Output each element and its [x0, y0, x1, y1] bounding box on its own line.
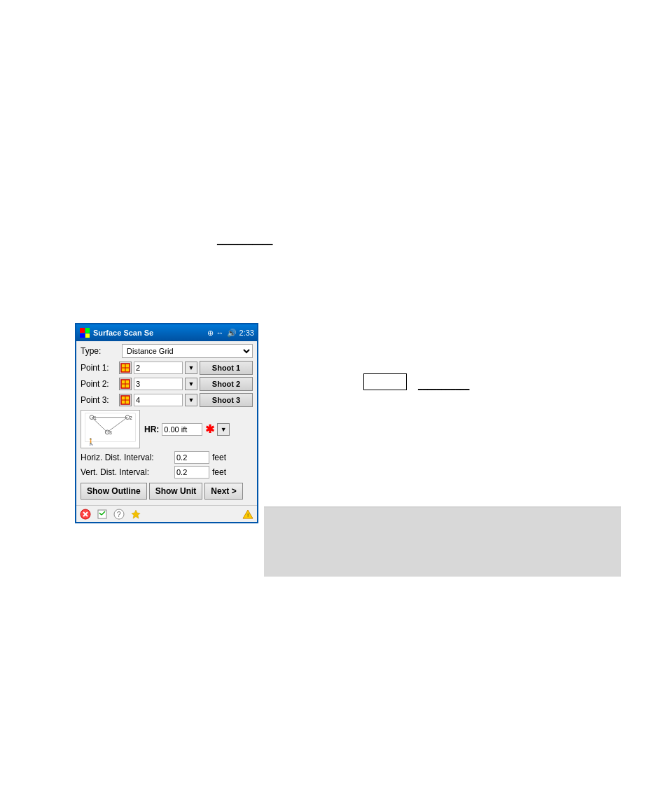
volume-icon[interactable]: 🔊 [227, 329, 237, 338]
next-button[interactable]: Next > [204, 483, 242, 500]
hr-asterisk-icon[interactable]: ✱ [205, 422, 214, 436]
vert-interval-row: Vert. Dist. Interval: feet [81, 466, 253, 479]
bottom-buttons: Show Outline Show Unit Next > [81, 483, 253, 500]
close-status-icon[interactable] [79, 508, 92, 521]
svg-marker-28 [132, 510, 140, 518]
svg-text:🚶: 🚶 [87, 438, 96, 446]
svg-text:!: ! [247, 512, 249, 518]
type-select[interactable]: Distance Grid Grid Radial [122, 344, 253, 358]
hr-section: HR: ✱ ▼ [144, 422, 253, 436]
show-unit-button[interactable]: Show Unit [149, 483, 203, 500]
gray-info-panel [264, 507, 621, 577]
vert-interval-input[interactable] [174, 466, 209, 479]
horiz-interval-label: Horiz. Dist. Interval: [81, 453, 172, 462]
surface-scan-dialog: Surface Scan Se ⊕ ↔ 🔊 2:33 Type: Distanc… [75, 323, 258, 523]
type-label: Type: [81, 346, 119, 356]
swap-icon[interactable]: ↔ [216, 329, 224, 337]
underline-text: ___________ [217, 235, 273, 245]
type-row: Type: Distance Grid Grid Radial [81, 344, 253, 358]
point3-row: Point 3: ▼ Shoot 3 [81, 393, 253, 407]
point2-row: Point 2: ▼ Shoot 2 [81, 377, 253, 391]
point1-input[interactable] [134, 362, 183, 374]
svg-text:2: 2 [130, 415, 132, 420]
hr-input[interactable] [162, 423, 202, 436]
vert-interval-unit: feet [212, 467, 226, 477]
horiz-interval-input[interactable] [174, 451, 209, 464]
checklist-icon[interactable] [96, 508, 109, 521]
point2-dropdown[interactable]: ▼ [185, 378, 197, 390]
point3-input[interactable] [134, 394, 183, 406]
windows-logo-icon [79, 327, 90, 338]
show-outline-button[interactable]: Show Outline [81, 483, 147, 500]
hr-label: HR: [144, 425, 159, 434]
point3-icon[interactable] [119, 394, 132, 406]
point3-label: Point 3: [81, 395, 117, 405]
warning-icon[interactable]: ! [242, 508, 254, 521]
dialog-body: Type: Distance Grid Grid Radial Point 1:… [76, 341, 257, 505]
refresh-icon[interactable]: ⊕ [207, 329, 214, 338]
point1-label: Point 1: [81, 363, 117, 373]
shoot2-button[interactable]: Shoot 2 [200, 377, 253, 391]
status-bar: ? ! [76, 505, 257, 522]
diagram-box: 1 2 3 🚶 [81, 410, 140, 448]
title-bar: Surface Scan Se ⊕ ↔ 🔊 2:33 [76, 324, 257, 341]
point3-dropdown[interactable]: ▼ [185, 394, 197, 406]
floating-underline-label: ___________ [418, 380, 469, 390]
hr-dropdown[interactable]: ▼ [217, 423, 230, 436]
help-icon[interactable]: ? [113, 508, 125, 521]
point2-icon[interactable] [119, 378, 132, 390]
point2-label: Point 2: [81, 379, 117, 389]
svg-text:?: ? [117, 511, 121, 518]
dialog-title: Surface Scan Se [93, 329, 204, 337]
point2-input[interactable] [134, 378, 183, 390]
diagram-area: 1 2 3 🚶 HR: ✱ [81, 410, 253, 448]
horiz-interval-row: Horiz. Dist. Interval: feet [81, 451, 253, 464]
horiz-interval-unit: feet [212, 453, 226, 462]
point1-icon[interactable] [119, 362, 132, 374]
floating-input-box[interactable] [363, 373, 407, 390]
point1-row: Point 1: ▼ Shoot 1 [81, 361, 253, 375]
title-bar-controls: ⊕ ↔ 🔊 2:33 [207, 329, 254, 338]
point1-dropdown[interactable]: ▼ [185, 362, 197, 374]
star-icon[interactable] [130, 508, 142, 521]
shoot1-button[interactable]: Shoot 1 [200, 361, 253, 375]
clock-time: 2:33 [239, 329, 254, 337]
vert-interval-label: Vert. Dist. Interval: [81, 467, 172, 477]
shoot3-button[interactable]: Shoot 3 [200, 393, 253, 407]
